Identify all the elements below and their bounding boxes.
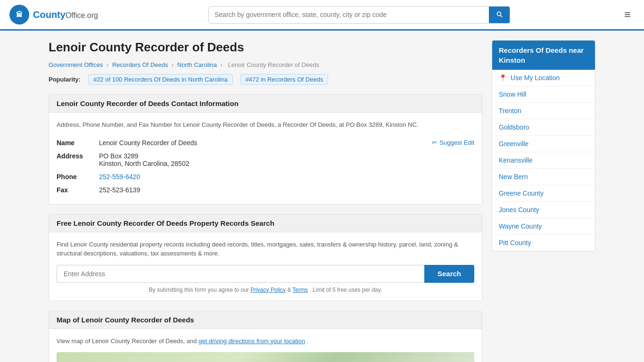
- contact-name-value: Lenoir County Recorder of Deeds ✂ Sugges…: [99, 136, 474, 149]
- list-item: Goldsboro: [492, 119, 595, 136]
- contact-section-body: Address, Phone Number, and Fax Number fo…: [49, 113, 482, 204]
- sidebar-link-wayne-county[interactable]: Wayne County: [492, 218, 595, 234]
- sidebar-link-pitt-county[interactable]: Pitt County: [492, 235, 595, 251]
- property-search-section: Free Lenoir County Recorder Of Deeds Pro…: [49, 214, 482, 301]
- sidebar-link-kenansville[interactable]: Kenansville: [492, 152, 595, 168]
- header-search-input[interactable]: [209, 7, 489, 22]
- sidebar-header: Recorders Of Deeds near Kinston: [492, 41, 595, 70]
- search-button[interactable]: Search: [424, 265, 474, 283]
- map-placeholder: 📍: [57, 352, 474, 362]
- contact-table: Name Lenoir County Recorder of Deeds ✂ S…: [57, 136, 474, 197]
- map-section-body: View map of Lenoir County Recorder of De…: [49, 329, 482, 362]
- main-container: Lenoir County Recorder of Deeds Governme…: [39, 40, 605, 362]
- sidebar-box: Recorders Of Deeds near Kinston 📍 Use My…: [492, 40, 595, 251]
- contact-address-value: PO Box 3289 Kinston, North Carolina, 285…: [99, 149, 474, 170]
- sidebar-link-goldsboro[interactable]: Goldsboro: [492, 119, 595, 135]
- list-item: Pitt County: [492, 235, 595, 251]
- breadcrumb-link-gov[interactable]: Government Offices: [49, 61, 103, 68]
- contact-name-label: Name: [57, 136, 99, 149]
- sidebar: Recorders Of Deeds near Kinston 📍 Use My…: [492, 40, 595, 362]
- popularity-rank: #22 of 100 Recorders Of Deeds in North C…: [88, 74, 233, 85]
- property-search-header: Free Lenoir County Recorder Of Deeds Pro…: [49, 214, 482, 232]
- list-item: Greene County: [492, 185, 595, 202]
- sidebar-link-greenville[interactable]: Greenville: [492, 136, 595, 152]
- list-item: New Bern: [492, 169, 595, 185]
- map-section: Map of Lenoir County Recorder of Deeds V…: [49, 311, 482, 362]
- breadcrumb-link-nc[interactable]: North Carolina: [177, 61, 217, 68]
- form-disclaimer: By submitting this form you agree to our…: [57, 287, 474, 293]
- list-item: Wayne County: [492, 218, 595, 235]
- list-item: Snow Hill: [492, 86, 595, 103]
- map-description: View map of Lenoir County Recorder of De…: [57, 337, 474, 346]
- breadcrumb: Government Offices › Recorders Of Deeds …: [49, 61, 482, 68]
- breadcrumb-link-recorders[interactable]: Recorders Of Deeds: [112, 61, 168, 68]
- header: 🏛 CountyOffice.org ≡: [0, 0, 644, 31]
- list-item: Kenansville: [492, 152, 595, 169]
- page-title: Lenoir County Recorder of Deeds: [49, 40, 482, 55]
- sidebar-link-snow-hill[interactable]: Snow Hill: [492, 86, 595, 102]
- logo-icon: 🏛: [9, 5, 29, 25]
- property-search-form: Search: [57, 265, 474, 283]
- privacy-policy-link[interactable]: Privacy Policy: [250, 287, 286, 293]
- sidebar-use-location: 📍 Use My Location: [492, 70, 595, 86]
- sidebar-link-jones-county[interactable]: Jones County: [492, 202, 595, 218]
- contact-row-name: Name Lenoir County Recorder of Deeds ✂ S…: [57, 136, 474, 149]
- use-location-link[interactable]: 📍 Use My Location: [492, 70, 595, 86]
- suggest-edit-button[interactable]: ✂ Suggest Edit: [432, 139, 474, 146]
- contact-address-label: Address: [57, 149, 99, 170]
- logo-area: 🏛 CountyOffice.org: [9, 5, 98, 25]
- sidebar-link-greene-county[interactable]: Greene County: [492, 185, 595, 201]
- content-area: Lenoir County Recorder of Deeds Governme…: [49, 40, 482, 362]
- contact-row-fax: Fax 252-523-6139: [57, 183, 474, 197]
- menu-button[interactable]: ≡: [620, 6, 635, 23]
- sidebar-link-trenton[interactable]: Trenton: [492, 103, 595, 119]
- sidebar-link-new-bern[interactable]: New Bern: [492, 169, 595, 185]
- location-pin-icon: 📍: [499, 74, 507, 82]
- property-search-body: Find Lenoir County residential property …: [49, 232, 482, 301]
- logo-text: CountyOffice.org: [33, 8, 98, 21]
- svg-text:🏛: 🏛: [16, 10, 23, 18]
- popularity-bar: Popularity: #22 of 100 Recorders Of Deed…: [49, 74, 482, 85]
- map-section-header: Map of Lenoir County Recorder of Deeds: [49, 311, 482, 329]
- contact-section-header: Lenoir County Recorder of Deeds Contact …: [49, 95, 482, 113]
- popularity-label: Popularity:: [49, 76, 81, 83]
- contact-description: Address, Phone Number, and Fax Number fo…: [57, 120, 474, 130]
- contact-phone-label: Phone: [57, 170, 99, 183]
- contact-row-phone: Phone 252-559-6420: [57, 170, 474, 183]
- contact-phone-link[interactable]: 252-559-6420: [99, 173, 140, 181]
- list-item: Greenville: [492, 136, 595, 152]
- header-search-bar: [208, 6, 510, 24]
- property-search-description: Find Lenoir County residential property …: [57, 240, 474, 258]
- contact-fax-label: Fax: [57, 183, 99, 197]
- address-search-input[interactable]: [57, 265, 424, 283]
- terms-link[interactable]: Terms: [292, 287, 308, 293]
- list-item: Jones County: [492, 202, 595, 218]
- contact-row-address: Address PO Box 3289 Kinston, North Carol…: [57, 149, 474, 170]
- header-search-button[interactable]: [489, 7, 510, 23]
- sidebar-links-list: 📍 Use My Location Snow Hill Trenton Gold…: [492, 70, 595, 251]
- driving-directions-link[interactable]: get driving directions from your locatio…: [198, 337, 305, 345]
- breadcrumb-current: Lenoir County Recorder of Deeds: [228, 61, 319, 68]
- list-item: Trenton: [492, 103, 595, 119]
- contact-fax-value: 252-523-6139: [99, 183, 474, 197]
- contact-section: Lenoir County Recorder of Deeds Contact …: [49, 94, 482, 205]
- popularity-global: #472 in Recorders Of Deeds: [240, 74, 329, 85]
